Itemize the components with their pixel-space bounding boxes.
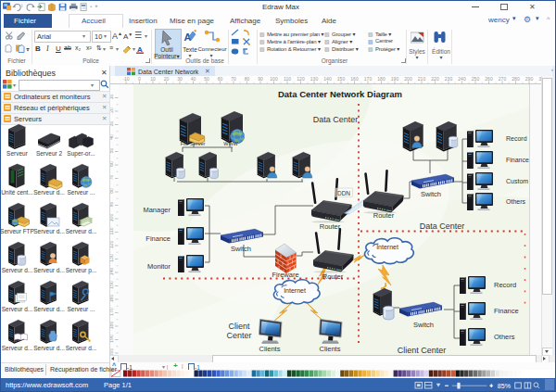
svg-text:Router: Router xyxy=(320,222,341,231)
svg-text:Serveur d...: Serveur d... xyxy=(33,189,65,196)
svg-text:40: 40 xyxy=(191,76,196,82)
svg-text:Router: Router xyxy=(322,272,344,281)
svg-text:Serveur d...: Serveur d... xyxy=(2,345,33,351)
svg-text:Serveur d...: Serveur d... xyxy=(2,267,33,273)
svg-text:Finance: Finance xyxy=(145,234,171,243)
svg-text:170: 170 xyxy=(364,76,373,82)
svg-text:Unité cent...: Unité cent... xyxy=(1,189,33,196)
svg-text:Clients: Clients xyxy=(259,345,281,353)
svg-text:290: 290 xyxy=(525,76,534,82)
svg-text:Data Center: Data Center xyxy=(313,115,359,124)
svg-text:30: 30 xyxy=(177,76,183,82)
svg-text:Internet: Internet xyxy=(376,244,398,250)
svg-text:Serveur d...: Serveur d... xyxy=(33,228,65,234)
svg-text:Switch: Switch xyxy=(231,245,251,253)
svg-text:Client: Client xyxy=(228,322,250,331)
svg-text:Serveur d...: Serveur d... xyxy=(33,345,65,351)
svg-text:160: 160 xyxy=(350,76,359,82)
svg-text:Data Center: Data Center xyxy=(420,221,465,231)
svg-text:Others: Others xyxy=(506,198,526,205)
svg-text:-10: -10 xyxy=(122,76,129,82)
svg-text:130: 130 xyxy=(310,76,319,82)
svg-text:Serveur d...: Serveur d... xyxy=(66,345,97,351)
svg-text:Switch: Switch xyxy=(413,321,434,329)
svg-text:140: 140 xyxy=(323,76,332,82)
svg-text:250: 250 xyxy=(472,76,480,82)
svg-text:260: 260 xyxy=(485,76,493,82)
svg-text:200: 200 xyxy=(404,76,412,82)
svg-text:220: 220 xyxy=(431,76,439,82)
svg-text:210: 210 xyxy=(418,76,426,82)
svg-text:Record: Record xyxy=(494,281,516,289)
svg-text:Client Center: Client Center xyxy=(398,346,447,355)
svg-text:A: A xyxy=(137,45,143,54)
svg-text:180: 180 xyxy=(377,76,385,82)
svg-text:Serveur FTP: Serveur FTP xyxy=(0,228,34,234)
svg-text:DDN: DDN xyxy=(337,190,350,196)
svg-text:Serveur d...: Serveur d... xyxy=(33,267,65,273)
svg-text:Record: Record xyxy=(506,135,527,142)
svg-text:60: 60 xyxy=(218,76,223,82)
svg-text:Others: Others xyxy=(494,333,515,341)
svg-text:Finance: Finance xyxy=(494,307,519,315)
svg-text:190: 190 xyxy=(391,76,399,82)
svg-text:Serveur: Serveur xyxy=(6,150,29,157)
svg-text:85%: 85% xyxy=(498,382,512,389)
svg-text:Finance: Finance xyxy=(506,157,529,163)
svg-text:230: 230 xyxy=(445,76,453,82)
svg-text:Custom: Custom xyxy=(506,178,528,184)
svg-text:240: 240 xyxy=(458,76,466,82)
svg-text:Serveur ...: Serveur ... xyxy=(68,306,95,312)
svg-text:Serveur p...: Serveur p... xyxy=(66,267,97,274)
svg-text:90: 90 xyxy=(258,76,263,82)
svg-text:Center: Center xyxy=(226,331,251,340)
svg-text:80: 80 xyxy=(245,76,250,82)
svg-text:20: 20 xyxy=(164,76,170,82)
svg-text:10: 10 xyxy=(150,76,156,82)
svg-text:0: 0 xyxy=(138,76,141,82)
svg-text:Fireware: Fireware xyxy=(272,271,298,279)
svg-text:Manager: Manager xyxy=(143,206,171,214)
svg-text:Monitor: Monitor xyxy=(147,262,171,271)
svg-text:Serveur ...: Serveur ... xyxy=(68,189,95,196)
svg-text:WWW: WWW xyxy=(223,141,238,146)
svg-text:Serveur d...: Serveur d... xyxy=(66,228,97,234)
svg-text:120: 120 xyxy=(297,76,305,82)
svg-text:150: 150 xyxy=(337,76,346,82)
svg-text:Super-or...: Super-or... xyxy=(67,150,95,158)
svg-text:Clients: Clients xyxy=(320,345,341,353)
svg-text:50: 50 xyxy=(204,76,209,82)
svg-text:270: 270 xyxy=(499,76,507,82)
svg-text:100: 100 xyxy=(270,76,278,82)
svg-text:Serveur d...: Serveur d... xyxy=(2,306,33,312)
svg-text:File Server: File Server xyxy=(181,141,206,146)
svg-text:Switch: Switch xyxy=(421,190,441,198)
svg-text:70: 70 xyxy=(231,76,236,82)
svg-text:Data Center Network Diagram: Data Center Network Diagram xyxy=(278,89,402,99)
svg-text:Serveur d...: Serveur d... xyxy=(33,306,65,312)
svg-text:Serveur 2: Serveur 2 xyxy=(36,150,63,157)
svg-text:110: 110 xyxy=(284,76,291,82)
svg-text:Router: Router xyxy=(373,211,395,220)
svg-text:280: 280 xyxy=(512,76,520,82)
svg-text:Internet: Internet xyxy=(284,287,306,294)
